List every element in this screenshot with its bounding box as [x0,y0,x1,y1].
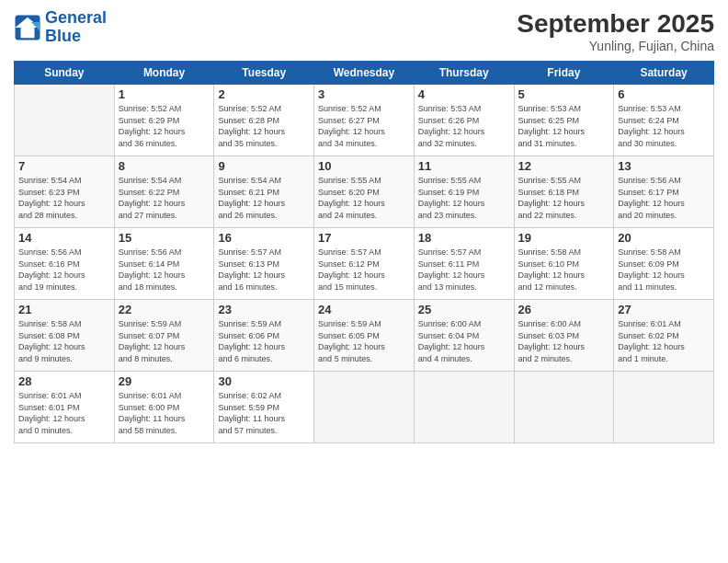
day-info: Sunrise: 5:57 AM Sunset: 6:13 PM Dayligh… [218,247,310,293]
day-info: Sunrise: 5:54 AM Sunset: 6:22 PM Dayligh… [119,175,210,221]
day-cell [514,372,614,443]
day-info: Sunrise: 5:53 AM Sunset: 6:25 PM Dayligh… [518,103,610,149]
day-info: Sunrise: 5:59 AM Sunset: 6:06 PM Dayligh… [218,318,310,364]
day-number: 25 [418,303,510,316]
day-number: 13 [618,159,710,173]
header-row: SundayMondayTuesdayWednesdayThursdayFrid… [15,62,714,85]
day-cell: 5Sunrise: 5:53 AM Sunset: 6:25 PM Daylig… [514,85,614,156]
day-info: Sunrise: 6:01 AM Sunset: 6:01 PM Dayligh… [18,390,110,436]
header-cell: Sunday [15,62,115,85]
day-cell: 10Sunrise: 5:55 AM Sunset: 6:20 PM Dayli… [314,156,415,228]
day-cell: 23Sunrise: 5:59 AM Sunset: 6:06 PM Dayli… [214,300,314,372]
day-number: 21 [18,303,110,316]
logo-line1: General [45,8,107,27]
logo-line2: Blue [45,27,81,45]
location: Yunling, Fujian, China [517,39,714,53]
day-info: Sunrise: 5:52 AM Sunset: 6:28 PM Dayligh… [218,103,310,149]
day-info: Sunrise: 5:52 AM Sunset: 6:27 PM Dayligh… [318,103,410,149]
header: General Blue September 2025 Yunling, Fuj… [14,9,714,53]
logo-text: General Blue [45,9,107,46]
day-info: Sunrise: 5:55 AM Sunset: 6:18 PM Dayligh… [518,175,610,221]
day-number: 16 [218,231,310,245]
day-info: Sunrise: 5:59 AM Sunset: 6:07 PM Dayligh… [119,318,210,364]
day-number: 14 [18,231,110,245]
week-row: 28Sunrise: 6:01 AM Sunset: 6:01 PM Dayli… [15,372,714,443]
day-number: 6 [618,87,710,101]
day-number: 30 [218,374,310,388]
day-number: 22 [119,303,210,316]
day-number: 28 [18,374,110,388]
day-number: 20 [618,231,710,245]
day-number: 19 [518,231,610,245]
day-info: Sunrise: 6:01 AM Sunset: 6:02 PM Dayligh… [618,318,710,364]
day-number: 5 [518,87,610,101]
day-info: Sunrise: 5:56 AM Sunset: 6:14 PM Dayligh… [119,247,210,293]
day-cell: 21Sunrise: 5:58 AM Sunset: 6:08 PM Dayli… [15,300,115,372]
day-number: 27 [618,303,710,316]
logo-icon [14,14,41,41]
header-cell: Tuesday [214,62,314,85]
day-cell: 29Sunrise: 6:01 AM Sunset: 6:00 PM Dayli… [114,372,214,443]
day-info: Sunrise: 5:53 AM Sunset: 6:26 PM Dayligh… [418,103,510,149]
day-cell [614,372,714,443]
day-cell: 25Sunrise: 6:00 AM Sunset: 6:04 PM Dayli… [414,300,514,372]
day-cell: 27Sunrise: 6:01 AM Sunset: 6:02 PM Dayli… [614,300,714,372]
day-info: Sunrise: 5:55 AM Sunset: 6:20 PM Dayligh… [318,175,410,221]
header-cell: Thursday [414,62,514,85]
day-cell: 6Sunrise: 5:53 AM Sunset: 6:24 PM Daylig… [614,85,714,156]
header-cell: Monday [114,62,214,85]
day-cell: 2Sunrise: 5:52 AM Sunset: 6:28 PM Daylig… [214,85,314,156]
day-info: Sunrise: 5:56 AM Sunset: 6:17 PM Dayligh… [618,175,710,221]
day-cell: 16Sunrise: 5:57 AM Sunset: 6:13 PM Dayli… [214,228,314,300]
day-number: 1 [119,87,210,101]
day-number: 17 [318,231,410,245]
day-info: Sunrise: 5:57 AM Sunset: 6:12 PM Dayligh… [318,247,410,293]
day-number: 15 [119,231,210,245]
day-number: 3 [318,87,410,101]
day-number: 11 [418,159,510,173]
day-info: Sunrise: 5:58 AM Sunset: 6:10 PM Dayligh… [518,247,610,293]
day-cell: 9Sunrise: 5:54 AM Sunset: 6:21 PM Daylig… [214,156,314,228]
day-info: Sunrise: 6:01 AM Sunset: 6:00 PM Dayligh… [119,390,210,436]
day-cell: 11Sunrise: 5:55 AM Sunset: 6:19 PM Dayli… [414,156,514,228]
day-info: Sunrise: 5:54 AM Sunset: 6:23 PM Dayligh… [18,175,110,221]
day-cell: 4Sunrise: 5:53 AM Sunset: 6:26 PM Daylig… [414,85,514,156]
day-cell [314,372,415,443]
day-number: 23 [218,303,310,316]
day-info: Sunrise: 5:56 AM Sunset: 6:16 PM Dayligh… [18,247,110,293]
week-row: 7Sunrise: 5:54 AM Sunset: 6:23 PM Daylig… [15,156,714,228]
day-cell: 14Sunrise: 5:56 AM Sunset: 6:16 PM Dayli… [15,228,115,300]
header-cell: Saturday [614,62,714,85]
day-info: Sunrise: 6:00 AM Sunset: 6:04 PM Dayligh… [418,318,510,364]
week-row: 1Sunrise: 5:52 AM Sunset: 6:29 PM Daylig… [15,85,714,156]
day-info: Sunrise: 5:57 AM Sunset: 6:11 PM Dayligh… [418,247,510,293]
day-cell: 28Sunrise: 6:01 AM Sunset: 6:01 PM Dayli… [15,372,115,443]
header-cell: Friday [514,62,614,85]
week-row: 21Sunrise: 5:58 AM Sunset: 6:08 PM Dayli… [15,300,714,372]
day-cell: 15Sunrise: 5:56 AM Sunset: 6:14 PM Dayli… [114,228,214,300]
day-cell: 12Sunrise: 5:55 AM Sunset: 6:18 PM Dayli… [514,156,614,228]
day-cell: 24Sunrise: 5:59 AM Sunset: 6:05 PM Dayli… [314,300,415,372]
day-number: 26 [518,303,610,316]
day-cell: 30Sunrise: 6:02 AM Sunset: 5:59 PM Dayli… [214,372,314,443]
day-number: 2 [218,87,310,101]
day-cell: 20Sunrise: 5:58 AM Sunset: 6:09 PM Dayli… [614,228,714,300]
page: General Blue September 2025 Yunling, Fuj… [0,0,728,563]
day-info: Sunrise: 5:58 AM Sunset: 6:08 PM Dayligh… [18,318,110,364]
day-number: 10 [318,159,410,173]
day-cell: 7Sunrise: 5:54 AM Sunset: 6:23 PM Daylig… [15,156,115,228]
calendar-table: SundayMondayTuesdayWednesdayThursdayFrid… [14,61,714,443]
day-info: Sunrise: 5:59 AM Sunset: 6:05 PM Dayligh… [318,318,410,364]
week-row: 14Sunrise: 5:56 AM Sunset: 6:16 PM Dayli… [15,228,714,300]
day-number: 9 [218,159,310,173]
day-cell: 26Sunrise: 6:00 AM Sunset: 6:03 PM Dayli… [514,300,614,372]
day-number: 29 [119,374,210,388]
logo: General Blue [14,9,107,46]
day-cell: 8Sunrise: 5:54 AM Sunset: 6:22 PM Daylig… [114,156,214,228]
day-cell [15,85,115,156]
day-cell: 19Sunrise: 5:58 AM Sunset: 6:10 PM Dayli… [514,228,614,300]
day-info: Sunrise: 5:58 AM Sunset: 6:09 PM Dayligh… [618,247,710,293]
day-cell: 17Sunrise: 5:57 AM Sunset: 6:12 PM Dayli… [314,228,415,300]
day-cell: 3Sunrise: 5:52 AM Sunset: 6:27 PM Daylig… [314,85,415,156]
day-info: Sunrise: 5:55 AM Sunset: 6:19 PM Dayligh… [418,175,510,221]
